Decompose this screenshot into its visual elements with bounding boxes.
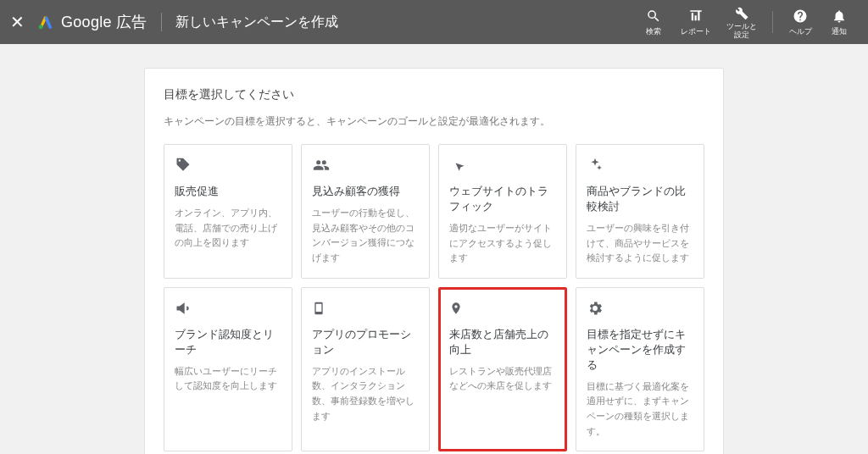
card-title: ブランド認知度とリーチ	[175, 327, 281, 357]
report-icon	[688, 8, 704, 25]
product-logo-block: Google 広告	[37, 12, 147, 32]
cursor-click-icon	[449, 157, 556, 175]
search-label: 検索	[646, 26, 661, 37]
wrench-icon	[734, 4, 749, 21]
search-icon	[646, 8, 661, 25]
card-desc: ユーザーの行動を促し、見込み顧客やその他のコンバージョン獲得につなげます	[312, 206, 419, 265]
location-pin-icon	[449, 300, 556, 318]
objective-card-traffic[interactable]: ウェブサイトのトラフィック 適切なユーザーがサイトにアクセスするよう促します	[438, 144, 567, 279]
google-ads-logo-icon	[37, 14, 54, 30]
product-name: Google 広告	[61, 12, 147, 32]
bell-icon	[832, 8, 847, 25]
notifications-label: 通知	[832, 26, 847, 37]
report-button[interactable]: レポート	[681, 8, 711, 37]
tools-label: ツールと 設定	[726, 23, 757, 40]
megaphone-icon	[175, 300, 281, 318]
card-title: 商品やブランドの比較検討	[587, 184, 693, 214]
card-desc: 幅広いユーザーにリーチして認知度を向上します	[175, 364, 281, 394]
card-title: 目標を指定せずにキャンペーンを作成する	[587, 327, 693, 373]
svg-point-0	[39, 25, 43, 29]
objective-card-store-visits[interactable]: 来店数と店舗売上の向上 レストランや販売代理店などへの来店を促します	[438, 287, 567, 451]
gear-icon	[587, 300, 693, 318]
objective-card-no-goal[interactable]: 目標を指定せずにキャンペーンを作成する 目標に基づく最適化案を適用せずに、まずキ…	[576, 287, 704, 451]
card-title: 販売促進	[175, 184, 281, 199]
search-button[interactable]: 検索	[642, 8, 665, 37]
close-button[interactable]: ✕	[7, 12, 27, 32]
card-title: アプリのプロモーション	[312, 327, 419, 357]
card-title: ウェブサイトのトラフィック	[449, 184, 556, 214]
tools-button[interactable]: ツールと 設定	[726, 4, 757, 40]
objective-card-consideration[interactable]: 商品やブランドの比較検討 ユーザーの興味を引き付けて、商品やサービスを検討するよ…	[576, 144, 704, 279]
card-desc: ユーザーの興味を引き付けて、商品やサービスを検討するように促します	[587, 221, 693, 266]
smartphone-icon	[312, 300, 419, 318]
objective-panel: 目標を選択してください キャンペーンの目標を選択すると、キャンペーンのゴールと設…	[144, 68, 724, 454]
objective-card-app[interactable]: アプリのプロモーション アプリのインストール数、インタラクション数、事前登録数を…	[301, 287, 430, 451]
help-button[interactable]: ヘルプ	[788, 8, 812, 37]
header-separator-2	[772, 11, 773, 33]
help-icon	[793, 8, 808, 25]
card-desc: アプリのインストール数、インタラクション数、事前登録数を増やします	[312, 364, 419, 424]
section-subtitle: キャンペーンの目標を選択すると、キャンペーンのゴールと設定が最適化されます。	[164, 114, 704, 129]
card-desc: レストランや販売代理店などへの来店を促します	[449, 364, 556, 394]
page-title: 新しいキャンペーンを作成	[175, 14, 338, 31]
card-title: 来店数と店舗売上の向上	[449, 327, 556, 357]
objective-card-awareness[interactable]: ブランド認知度とリーチ 幅広いユーザーにリーチして認知度を向上します	[164, 287, 292, 451]
objective-card-sales[interactable]: 販売促進 オンライン、アプリ内、電話、店舗での売り上げの向上を図ります	[164, 144, 292, 279]
card-desc: オンライン、アプリ内、電話、店舗での売り上げの向上を図ります	[175, 206, 281, 251]
objective-card-leads[interactable]: 見込み顧客の獲得 ユーザーの行動を促し、見込み顧客やその他のコンバージョン獲得に…	[301, 144, 430, 279]
card-title: 見込み顧客の獲得	[312, 184, 419, 199]
help-label: ヘルプ	[789, 26, 812, 37]
people-icon	[312, 157, 419, 175]
header-separator	[161, 13, 162, 31]
report-label: レポート	[681, 26, 711, 37]
card-desc: 目標に基づく最適化案を適用せずに、まずキャンペーンの種類を選択します。	[587, 379, 693, 439]
section-title: 目標を選択してください	[164, 87, 704, 102]
tag-icon	[175, 157, 281, 175]
card-desc: 適切なユーザーがサイトにアクセスするよう促します	[449, 221, 556, 266]
notifications-button[interactable]: 通知	[827, 8, 851, 37]
sparkle-icon	[587, 157, 693, 175]
